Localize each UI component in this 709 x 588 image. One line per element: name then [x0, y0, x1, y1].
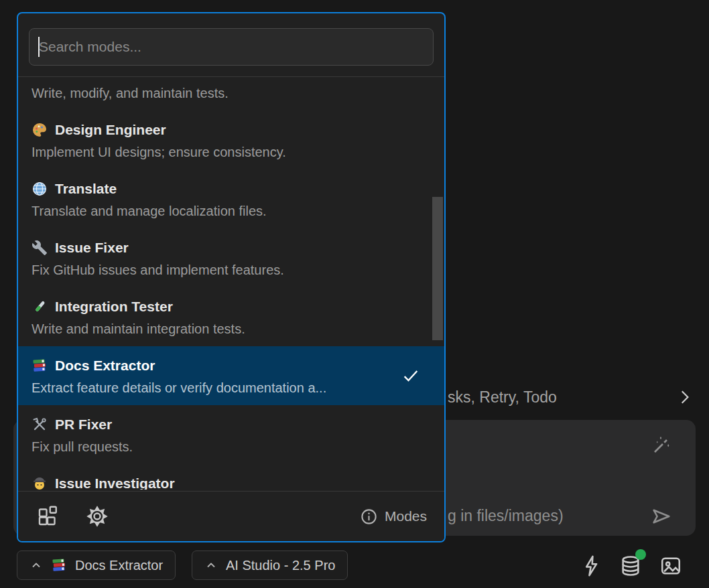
lightning-icon[interactable] [580, 555, 603, 577]
search-modes-input[interactable] [29, 28, 434, 66]
extensions-icon[interactable] [36, 504, 60, 528]
mode-picker-popup: Write, modify, and maintain tests. D [17, 12, 446, 542]
checkmark-icon [401, 366, 420, 385]
image-icon[interactable] [659, 555, 682, 577]
task-header-text: sks, Retry, Todo [448, 388, 557, 407]
globe-icon [31, 181, 48, 197]
app-window: sks, Retry, Todo g in files/images) [0, 0, 709, 588]
palette-icon [31, 122, 48, 138]
detective-icon [31, 475, 48, 490]
mode-selector-label: Docs Extractor [75, 558, 163, 573]
chevron-up-icon [29, 559, 43, 572]
chevron-up-icon [204, 559, 218, 572]
popup-footer: Modes [18, 491, 444, 541]
mode-item-pr-fixer[interactable]: PR Fixer Fix pull requests. [18, 405, 444, 464]
mode-item-docs-extractor[interactable]: Docs Extractor Extract feature details o… [18, 346, 444, 405]
send-icon[interactable] [650, 505, 673, 528]
gear-icon[interactable] [85, 504, 109, 528]
hammer-wrench-icon [31, 417, 48, 433]
test-tube-icon [31, 299, 48, 315]
search-section [18, 13, 444, 77]
mode-item-clipped-top[interactable]: Write, modify, and maintain tests. [18, 77, 444, 111]
magic-wand-icon[interactable] [649, 432, 673, 456]
mode-selector-button[interactable]: Docs Extractor [17, 550, 176, 580]
info-icon [360, 508, 378, 526]
mode-item-design-engineer[interactable]: Design Engineer Implement UI designs; en… [18, 111, 444, 169]
mode-item-issue-fixer[interactable]: Issue Fixer Fix GitHub issues and implem… [18, 228, 444, 287]
mode-item-translate[interactable]: Translate Translate and manage localizat… [18, 169, 444, 228]
mode-item-issue-investigator[interactable]: Issue Investigator [18, 464, 444, 490]
scrollbar-thumb[interactable] [432, 197, 443, 340]
mode-item-integration-tester[interactable]: Integration Tester Write and maintain in… [18, 287, 444, 346]
modes-label: Modes [385, 508, 427, 524]
status-bar: Docs Extractor AI Studio - 2.5 Pro [0, 549, 709, 583]
test-tube-icon [31, 77, 48, 79]
text-cursor [38, 37, 40, 57]
books-icon [51, 557, 67, 573]
database-status-dot [635, 549, 646, 560]
mode-list: Write, modify, and maintain tests. D [18, 77, 444, 490]
wrench-icon [31, 240, 48, 256]
chevron-right-icon[interactable] [675, 388, 693, 406]
chat-input-placeholder[interactable]: g in files/images) [448, 507, 564, 525]
model-selector-label: AI Studio - 2.5 Pro [226, 558, 335, 573]
model-selector-button[interactable]: AI Studio - 2.5 Pro [192, 550, 348, 580]
books-icon [31, 358, 48, 374]
